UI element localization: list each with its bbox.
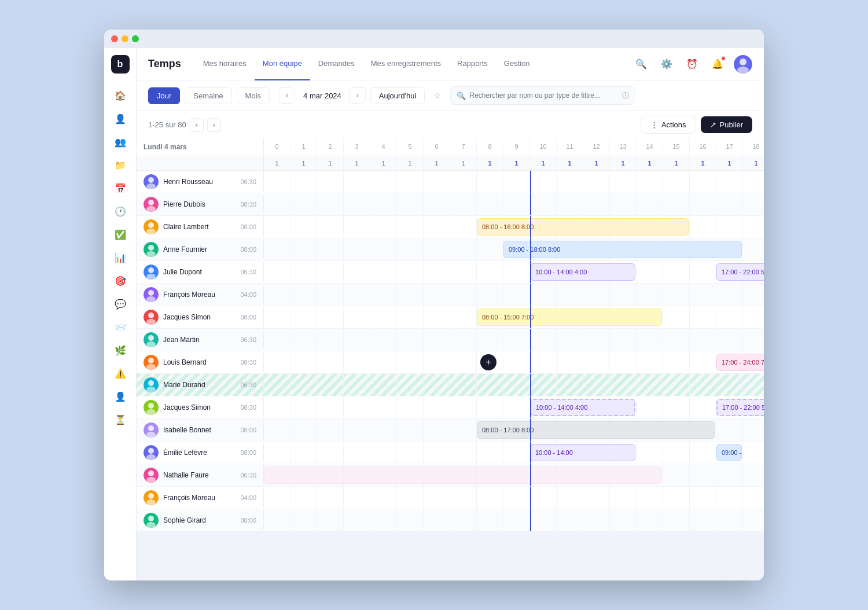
time-cell[interactable] xyxy=(317,261,344,283)
time-cell[interactable] xyxy=(557,171,583,193)
time-cell[interactable] xyxy=(690,193,716,215)
time-cell[interactable] xyxy=(743,509,764,531)
time-cell[interactable] xyxy=(637,284,663,306)
actions-button[interactable]: ⋮ Actions xyxy=(641,116,696,134)
time-cell[interactable] xyxy=(503,396,530,418)
add-shift-button[interactable]: + xyxy=(480,354,496,370)
time-cell[interactable] xyxy=(370,238,397,260)
time-cell[interactable] xyxy=(610,374,637,396)
time-cell[interactable] xyxy=(477,396,503,418)
time-cell[interactable] xyxy=(344,329,370,351)
sidebar-item-user-plus[interactable]: 👤 xyxy=(110,386,131,407)
sidebar-item-chart[interactable]: 📊 xyxy=(110,247,131,268)
today-button[interactable]: Aujourd'hui xyxy=(370,87,425,104)
time-cell[interactable] xyxy=(397,193,424,215)
time-cell[interactable] xyxy=(503,171,530,193)
time-cell[interactable] xyxy=(637,171,663,193)
time-cell[interactable] xyxy=(743,171,764,193)
time-cell[interactable] xyxy=(264,509,290,531)
time-cell[interactable] xyxy=(477,509,503,531)
time-cell[interactable] xyxy=(344,374,370,396)
time-cell[interactable] xyxy=(397,351,424,373)
time-cell[interactable] xyxy=(477,442,503,464)
time-cell[interactable] xyxy=(344,509,370,531)
time-cell[interactable] xyxy=(450,238,477,260)
shift-block[interactable]: 10:00 - 14:00 4:00 xyxy=(530,399,635,416)
time-cell[interactable] xyxy=(424,509,450,531)
minimize-dot[interactable] xyxy=(122,35,128,42)
sidebar-item-calendar[interactable]: 📅 xyxy=(110,178,131,199)
time-cell[interactable] xyxy=(690,306,716,328)
time-cell[interactable] xyxy=(264,238,290,260)
time-cell[interactable] xyxy=(344,193,370,215)
time-cell[interactable] xyxy=(716,193,743,215)
shift-block[interactable]: 09:00 - 18:00 8:00 xyxy=(503,241,742,258)
time-cell[interactable] xyxy=(397,509,424,531)
time-cell[interactable] xyxy=(450,171,477,193)
time-cell[interactable] xyxy=(663,193,690,215)
time-cell[interactable] xyxy=(264,284,290,306)
time-cell[interactable] xyxy=(450,351,477,373)
time-cell[interactable] xyxy=(424,193,450,215)
time-cell[interactable] xyxy=(743,193,764,215)
nav-item-equipe[interactable]: Mon équipe xyxy=(255,48,310,80)
time-cell[interactable] xyxy=(450,261,477,283)
time-cell[interactable] xyxy=(610,329,637,351)
time-cell[interactable] xyxy=(424,216,450,238)
time-cell[interactable] xyxy=(637,351,663,373)
shift-block[interactable]: 10:00 - 14:00 4:00 xyxy=(530,263,635,281)
shift-block[interactable]: 08:00 - 16:00 8:00 xyxy=(477,218,689,236)
time-cell[interactable] xyxy=(637,193,663,215)
time-cell[interactable] xyxy=(503,374,530,396)
time-cell[interactable] xyxy=(637,374,663,396)
sidebar-item-tree[interactable]: 🌿 xyxy=(110,340,131,361)
time-cell[interactable] xyxy=(690,442,716,464)
time-cell[interactable] xyxy=(264,442,290,464)
time-cell[interactable] xyxy=(503,487,530,509)
shift-block[interactable] xyxy=(264,466,662,484)
view-month-button[interactable]: Mois xyxy=(237,87,270,104)
time-cell[interactable] xyxy=(557,374,583,396)
time-cell[interactable] xyxy=(344,238,370,260)
time-cell[interactable] xyxy=(557,487,583,509)
time-cell[interactable] xyxy=(557,351,583,373)
time-cell[interactable] xyxy=(290,193,317,215)
time-cell[interactable] xyxy=(716,284,743,306)
time-cell[interactable] xyxy=(370,306,397,328)
search-button[interactable]: 🔍 xyxy=(632,55,650,74)
time-cell[interactable] xyxy=(317,193,344,215)
time-cell[interactable] xyxy=(290,216,317,238)
time-cell[interactable] xyxy=(583,193,610,215)
time-cell[interactable] xyxy=(743,487,764,509)
shift-block[interactable]: 17:00 - 22:00 5:00 xyxy=(716,263,764,281)
time-cell[interactable] xyxy=(370,261,397,283)
time-cell[interactable] xyxy=(264,216,290,238)
sidebar-item-alert[interactable]: ⚠️ xyxy=(110,363,131,384)
time-cell[interactable] xyxy=(690,261,716,283)
publish-button[interactable]: ↗ Publier xyxy=(701,116,752,133)
time-cell[interactable] xyxy=(557,284,583,306)
prev-page-button[interactable]: ‹ xyxy=(190,118,204,132)
time-cell[interactable] xyxy=(397,419,424,441)
time-cell[interactable] xyxy=(716,171,743,193)
time-cell[interactable] xyxy=(424,419,450,441)
sidebar-item-folder[interactable]: 📁 xyxy=(110,155,131,175)
nav-item-rapports[interactable]: Rapports xyxy=(449,48,496,80)
sidebar-item-chat[interactable]: 💬 xyxy=(110,293,131,314)
time-cell[interactable] xyxy=(450,374,477,396)
time-cell[interactable] xyxy=(264,396,290,418)
close-dot[interactable] xyxy=(111,35,118,42)
time-cell[interactable] xyxy=(557,329,583,351)
time-cell[interactable] xyxy=(743,374,764,396)
time-cell[interactable] xyxy=(743,284,764,306)
time-cell[interactable] xyxy=(450,487,477,509)
time-cell[interactable] xyxy=(397,238,424,260)
shift-block[interactable]: 08:00 - 15:00 7:00 xyxy=(477,308,662,326)
time-cell[interactable] xyxy=(290,261,317,283)
time-cell[interactable] xyxy=(344,351,370,373)
time-cell[interactable] xyxy=(743,216,764,238)
time-cell[interactable] xyxy=(290,306,317,328)
time-cell[interactable] xyxy=(397,306,424,328)
shift-block[interactable]: 08:00 - 17:00 8:00 xyxy=(477,421,715,439)
time-cell[interactable] xyxy=(503,442,530,464)
